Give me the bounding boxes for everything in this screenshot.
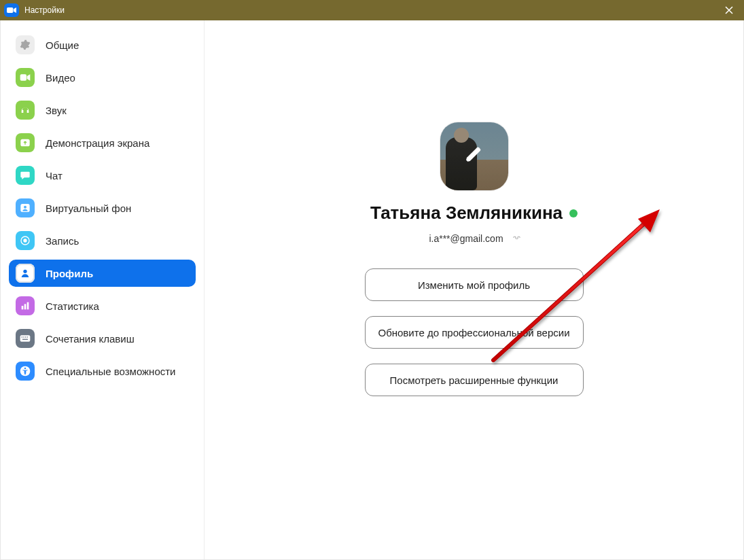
screenshare-icon <box>16 133 35 152</box>
svg-point-7 <box>23 270 26 273</box>
window-title: Настройки <box>24 5 65 15</box>
sidebar-item-shortcuts[interactable]: Сочетания клавиш <box>9 325 196 352</box>
stats-icon <box>16 296 35 315</box>
email-text: i.a***@gmail.com <box>429 233 503 244</box>
svg-point-18 <box>24 368 26 370</box>
keyboard-icon <box>16 329 35 348</box>
display-name-row: Татьяна Земляникина <box>370 203 578 224</box>
accessibility-icon <box>16 362 35 381</box>
avatar-edit-button[interactable] <box>440 122 508 190</box>
svg-rect-11 <box>20 335 31 341</box>
sidebar-item-label: Демонстрация экрана <box>46 137 149 149</box>
gear-icon <box>16 35 35 54</box>
svg-rect-8 <box>22 306 24 309</box>
svg-rect-0 <box>7 7 13 13</box>
sidebar-item-label: Чат <box>46 170 63 181</box>
button-label: Обновите до профессиональной версии <box>378 327 569 338</box>
close-button[interactable] <box>714 0 744 20</box>
headphones-icon <box>16 101 35 120</box>
video-icon <box>16 68 35 87</box>
svg-rect-1 <box>20 74 26 80</box>
svg-point-4 <box>24 206 26 209</box>
sidebar-item-video[interactable]: Видео <box>9 64 196 91</box>
svg-rect-15 <box>27 336 28 337</box>
sidebar-item-chat[interactable]: Чат <box>9 162 196 189</box>
display-name: Татьяна Земляникина <box>370 203 563 224</box>
sidebar-item-label: Специальные возможности <box>46 366 176 377</box>
sidebar-item-label: Звук <box>46 105 67 116</box>
svg-rect-16 <box>22 339 28 340</box>
app-logo-icon <box>4 3 19 17</box>
svg-point-6 <box>23 239 26 242</box>
pencil-icon <box>465 146 483 167</box>
profile-icon <box>16 264 35 283</box>
virtualbg-icon <box>16 198 35 217</box>
sidebar-item-label: Статистика <box>46 300 99 312</box>
upgrade-button[interactable]: Обновите до профессиональной версии <box>365 316 584 349</box>
record-icon <box>16 231 35 250</box>
sidebar-item-screenshare[interactable]: Демонстрация экрана <box>9 129 196 156</box>
edit-profile-button[interactable]: Изменить мой профиль <box>365 268 584 301</box>
svg-rect-12 <box>22 336 22 337</box>
profile-panel: Татьяна Земляникина i.a***@gmail.com ᵔᵕᵔ… <box>205 20 743 559</box>
sidebar-item-general[interactable]: Общие <box>9 31 196 58</box>
sidebar-item-stats[interactable]: Статистика <box>9 292 196 319</box>
sidebar-item-label: Виртуальный фон <box>46 203 131 214</box>
sidebar-item-audio[interactable]: Звук <box>9 97 196 124</box>
svg-rect-13 <box>23 336 24 337</box>
sidebar-item-virtualbg[interactable]: Виртуальный фон <box>9 194 196 222</box>
sidebar-item-label: Общие <box>46 39 79 51</box>
sidebar-item-record[interactable]: Запись <box>9 227 196 254</box>
sidebar-item-label: Запись <box>46 235 79 247</box>
sidebar-item-accessibility[interactable]: Специальные возможности <box>9 357 196 385</box>
titlebar: Настройки <box>0 0 744 20</box>
svg-rect-14 <box>25 336 26 337</box>
reveal-email-icon[interactable]: ᵔᵕᵔ <box>513 234 519 244</box>
sidebar-item-label: Видео <box>46 72 75 84</box>
button-label: Изменить мой профиль <box>418 279 530 291</box>
svg-rect-9 <box>24 304 26 309</box>
sidebar: Общие Видео Звук Демонстрация экрана Чат… <box>1 20 205 559</box>
sidebar-item-label: Профиль <box>46 268 93 279</box>
settings-window: Настройки Общие Видео Звук Демонстрация … <box>0 0 744 560</box>
button-label: Посмотреть расширенные функции <box>390 374 559 386</box>
email-row: i.a***@gmail.com ᵔᵕᵔ <box>429 233 518 244</box>
sidebar-item-label: Сочетания клавиш <box>46 333 135 345</box>
status-online-icon <box>569 209 578 217</box>
sidebar-item-profile[interactable]: Профиль <box>9 260 196 287</box>
chat-icon <box>16 166 35 185</box>
svg-rect-10 <box>27 302 29 310</box>
advanced-features-button[interactable]: Посмотреть расширенные функции <box>365 364 584 396</box>
